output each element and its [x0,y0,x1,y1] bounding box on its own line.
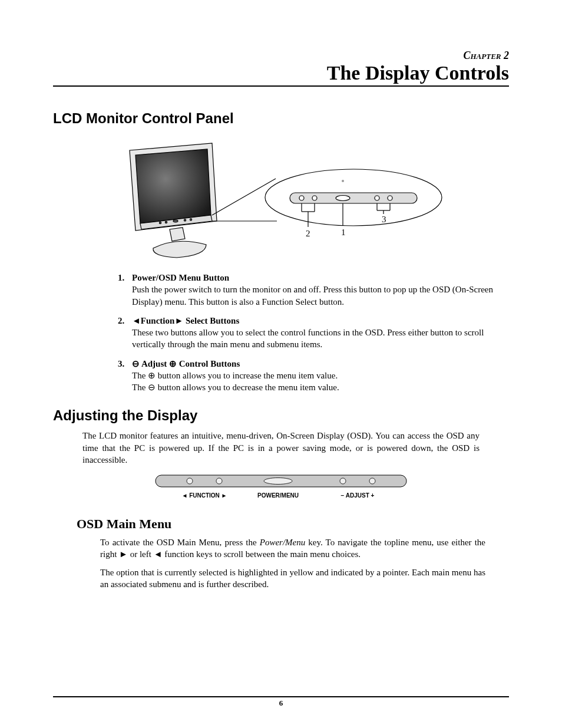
svg-point-25 [187,478,193,484]
page-title: The Display Controls [53,62,509,87]
paragraph: The option that is currently selected is… [100,566,485,591]
svg-point-8 [312,196,317,200]
svg-point-27 [264,478,292,485]
svg-point-12 [342,180,344,182]
minus-circle-icon: ⊖ [148,382,156,392]
svg-point-29 [369,478,375,484]
svg-point-28 [340,478,346,484]
list-item: 2. ◄Function► Select Buttons These two b… [118,315,509,351]
numbered-list: 1. Power/OSD Menu Button Push the power … [118,272,509,393]
right-arrow-icon: ► [174,315,183,325]
control-strip-figure: ◄ FUNCTION ► POWER/MENU − ADJUST + [154,474,408,505]
svg-rect-6 [290,193,417,203]
item-label: ◄Function► Select Buttons [132,316,239,325]
diagram-label-1: 1 [341,228,346,237]
svg-point-4 [190,219,191,220]
strip-label-power: POWER/MENU [257,492,299,499]
svg-point-7 [299,196,304,200]
document-page: Chapter 2 The Display Controls LCD Monit… [0,0,562,728]
page-number: 6 [279,699,283,707]
svg-point-0 [159,222,161,223]
item-number: 3. [118,358,132,394]
svg-point-3 [184,219,186,221]
plus-circle-icon: ⊕ [148,370,156,380]
left-arrow-icon: ◄ [132,315,141,325]
item-number: 1. [118,272,132,308]
item-label: ⊖ Adjust ⊕ Control Buttons [132,359,240,368]
subsection-osd-main-menu: OSD Main Menu [77,516,509,532]
svg-point-26 [216,478,222,484]
diagram-label-2: 2 [306,229,310,238]
item-number: 2. [118,315,132,351]
svg-point-10 [375,196,379,200]
item-line-2: The ⊖ button allows you to decrease the … [132,383,339,392]
strip-label-function: ◄ FUNCTION ► [181,492,227,499]
minus-circle-icon: ⊖ [132,358,140,368]
section-adjusting-display: Adjusting the Display [53,407,509,424]
plus-circle-icon: ⊕ [169,358,177,368]
list-item: 3. ⊖ Adjust ⊕ Control Buttons The ⊕ butt… [118,358,509,394]
paragraph: To activate the OSD Main Menu, press the… [100,536,485,561]
svg-point-2 [173,220,178,222]
strip-label-adjust: − ADJUST + [341,492,375,499]
list-item: 1. Power/OSD Menu Button Push the power … [118,272,509,308]
svg-point-11 [388,196,392,200]
paragraph: The LCD monitor features an intuitive, m… [82,430,480,466]
svg-point-9 [336,196,350,201]
item-text: These two buttons allow you to select th… [132,328,484,349]
diagram-label-3: 3 [382,215,386,224]
item-label: Power/OSD Menu Button [132,273,229,282]
item-line-1: The ⊕ button allows you to increase the … [132,371,338,380]
chapter-label: Chapter 2 [53,50,509,62]
monitor-diagram: 2 1 3 [118,133,509,265]
svg-point-1 [165,221,167,223]
item-text: Push the power switch to turn the monito… [132,285,493,306]
section-lcd-control-panel: LCD Monitor Control Panel [53,110,509,127]
page-footer: 6 [53,696,509,708]
